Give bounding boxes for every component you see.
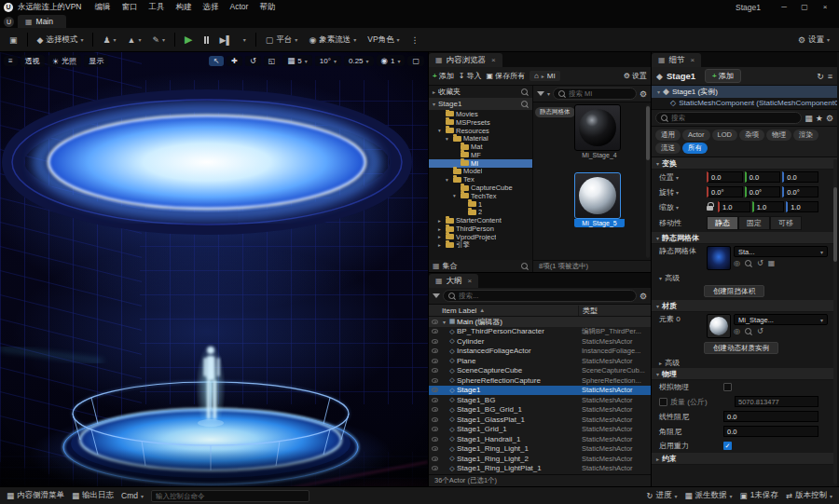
folder-row-5[interactable]: MF [429, 151, 532, 159]
blueprint-dropdown[interactable]: ✎▾ [147, 34, 170, 47]
location-x-field[interactable]: 0.0 [707, 171, 743, 183]
minimize-button[interactable]: ─ [774, 3, 794, 11]
asset-scrollbar[interactable] [646, 104, 650, 258]
project-root-header[interactable]: ▾ Stage1 [429, 98, 532, 110]
tab-content-browser[interactable]: ▦ 内容浏览器 × [429, 53, 502, 67]
details-search-input[interactable] [671, 114, 796, 122]
scale-tool-button[interactable]: ◱ [264, 56, 281, 66]
scale-snap-control[interactable]: 0.25▾ [344, 56, 374, 66]
unsaved-button[interactable]: ▣1未保存 [740, 490, 778, 501]
progress-dropdown[interactable]: ↻进度▾ [646, 490, 677, 501]
pick-icon[interactable]: ▦ [768, 259, 776, 267]
menu-item-2[interactable]: 工具 [143, 2, 170, 13]
visibility-eye-icon[interactable] [432, 466, 438, 470]
active-filter-chip[interactable]: 静态网格体 [535, 107, 575, 117]
static-mesh-thumbnail[interactable] [707, 246, 731, 270]
maximize-viewport-button[interactable]: ▢ [407, 56, 424, 66]
menu-item-4[interactable]: 选择 [197, 2, 224, 13]
source-control-dropdown[interactable]: ⇄版本控制▾ [786, 490, 832, 501]
save-button[interactable]: ▣ [5, 34, 22, 47]
details-filter-tab-6[interactable]: 流送 [655, 143, 681, 154]
component-row-instance[interactable]: ▾ ◆ Stage1 (实例) [652, 86, 837, 98]
visibility-eye-icon[interactable] [432, 398, 438, 402]
folder-row-13[interactable]: ▸StarterContent [429, 216, 532, 225]
asset-view[interactable]: 静态网格体 Mi_Stage_4Mi_Stage_5 [533, 102, 651, 260]
panel-menu-icon[interactable]: ≡ [828, 72, 832, 81]
mobility-option-2[interactable]: 可移 [770, 216, 802, 230]
caret-down-icon[interactable]: ▾ [657, 89, 660, 95]
outliner-row[interactable]: ◇SceneCaptureCubeSceneCaptureCub... [429, 366, 651, 376]
collections-header[interactable]: ▦ 集合 [429, 260, 532, 272]
show-button[interactable]: 显示 [84, 55, 108, 67]
menu-item-0[interactable]: 编辑 [89, 2, 116, 13]
outliner-search-input[interactable] [459, 292, 631, 300]
visibility-eye-icon[interactable] [432, 407, 438, 412]
grid-view-icon[interactable]: ▦ [805, 114, 813, 123]
details-filter-tab-5[interactable]: 渲染 [793, 129, 818, 141]
tab-details[interactable]: ▦ 细节 × [652, 53, 701, 67]
skip-button[interactable]: ▶▌ [215, 34, 237, 47]
level-viewport[interactable]: ≡ 透视 ☀光照 显示 ↖ ✚ ↺ ◱ ▦5▾ 10°▾ 0.25▾ ◉1▾ ▢ [0, 52, 428, 486]
close-button[interactable]: × [815, 3, 835, 11]
menu-item-1[interactable]: 窗口 [116, 2, 143, 13]
angular-damping-field[interactable]: 0.0 [723, 426, 818, 437]
outliner-search-box[interactable] [443, 290, 637, 302]
tab-outliner[interactable]: ▦ 大纲 × [429, 274, 478, 288]
add-actor-dropdown[interactable]: ♟▾ [98, 34, 120, 47]
visibility-eye-icon[interactable] [432, 388, 438, 392]
expander-icon[interactable]: ▸ [438, 234, 444, 239]
details-filter-tab-2[interactable]: LOD [712, 129, 737, 141]
expander-icon[interactable]: ▾ [438, 128, 444, 133]
vp-roles-dropdown[interactable]: VP角色 ▾ [363, 33, 404, 48]
settings-dropdown[interactable]: ⚙ 设置 ▾ [793, 33, 834, 48]
filter-funnel-icon[interactable] [433, 293, 440, 298]
maximize-button[interactable]: ▢ [794, 3, 815, 11]
enable-gravity-checkbox[interactable]: ✓ [723, 442, 732, 450]
menu-item-3[interactable]: 构建 [170, 2, 197, 13]
details-search-box[interactable] [655, 112, 802, 124]
browse-to-icon[interactable] [745, 328, 752, 335]
visibility-eye-icon[interactable] [432, 456, 438, 461]
view-settings-icon[interactable]: ⚙ [640, 89, 647, 99]
section-constraints[interactable]: ▸约束 [652, 453, 837, 465]
menu-item-6[interactable]: 帮助 [254, 2, 281, 13]
viewport-menu-icon[interactable]: ≡ [4, 56, 18, 66]
folder-row-1[interactable]: MSPresets [429, 118, 532, 127]
select-tool-button[interactable]: ↖ [209, 56, 225, 66]
outliner-row[interactable]: ◇Stage1_Ring_LightPlat_1StaticMeshActor [429, 464, 651, 474]
outliner-row[interactable]: ◇Stage1_Ring_Light_1StaticMeshActor [429, 444, 651, 455]
close-icon[interactable]: × [491, 56, 496, 64]
mobility-option-1[interactable]: 固定 [738, 216, 770, 230]
search-icon[interactable] [521, 263, 529, 270]
asset-tile-0[interactable]: Mi_Stage_4 [574, 104, 625, 159]
expander-icon[interactable]: ▸ [438, 226, 444, 232]
pause-button[interactable] [199, 34, 213, 46]
static-mesh-combo[interactable]: Sta...▾ [734, 246, 828, 257]
visibility-eye-icon[interactable] [432, 446, 438, 451]
folder-row-3[interactable]: ▾Material [429, 134, 532, 143]
outliner-row[interactable]: ◇PlaneStaticMeshActor [429, 356, 651, 366]
component-row-staticmesh[interactable]: ◇ StaticMeshComponent (StaticMeshCompone… [652, 98, 837, 110]
material-combo[interactable]: Mi_Stage...▾ [734, 314, 828, 325]
outliner-row[interactable]: ◇Stage1StaticMeshActor [429, 386, 651, 396]
asset-search-input[interactable] [569, 89, 631, 98]
location-label[interactable]: 位置▾ [659, 172, 704, 183]
scale-z-field[interactable]: 1.0 [786, 201, 818, 212]
perspective-button[interactable]: 透视 [21, 55, 45, 67]
browse-to-icon[interactable] [745, 260, 752, 267]
search-icon[interactable] [521, 101, 529, 108]
favorites-header[interactable]: ▸ 收藏夹 [429, 86, 532, 98]
rotation-y-field[interactable]: 0.0° [745, 186, 781, 198]
lit-mode-button[interactable]: ☀光照 [48, 55, 82, 67]
folder-row-2[interactable]: ▾Resources [429, 127, 532, 135]
folder-row-4[interactable]: Mat [429, 143, 532, 151]
mobility-option-0[interactable]: 静态 [707, 216, 738, 230]
section-materials[interactable]: ▾材质 [652, 300, 837, 312]
toolbar-overflow[interactable]: ⋮ [406, 34, 424, 47]
outliner-column-header[interactable]: Item Label▲ 类型 [429, 305, 651, 317]
folder-row-15[interactable]: ▸VprodProject [429, 233, 532, 241]
visibility-eye-icon[interactable] [432, 427, 438, 431]
expander-icon[interactable]: ▾ [446, 177, 451, 183]
visibility-eye-icon[interactable] [432, 437, 438, 442]
search-icon[interactable] [521, 89, 529, 96]
